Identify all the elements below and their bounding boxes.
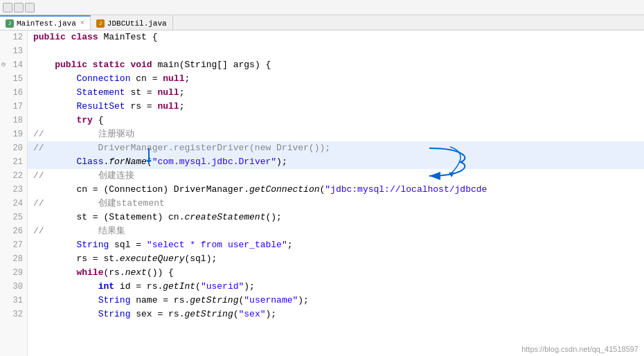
linenum-25: 25 [0,211,27,224]
code-line-16: Statement st = null; [28,86,644,100]
code-line-15: Connection cn = null; [28,72,644,86]
tab-maintest-close[interactable]: × [80,19,84,27]
code-line-32: String sex = rs.getString("sex"); [28,308,644,321]
linenum-15: 15 [0,72,27,86]
linenum-17: 17 [0,100,27,114]
tabbar: J MainTest.java × J JDBCUtil.java [0,15,644,30]
linenum-29: 29 [0,266,27,280]
linenum-14: 14 [0,58,27,72]
linenum-21: 21 [0,155,27,169]
linenum-20: 20 [0,141,27,155]
code-line-13 [28,44,644,58]
toolbar-btn-3[interactable] [25,3,35,12]
code-line-17: ResultSet rs = null; [28,100,644,114]
code-line-23: cn = (Connection) DriverManager.getConne… [28,183,644,197]
linenum-12: 12 [0,30,27,44]
code-line-22: // 创建连接 [28,169,644,183]
linenum-28: 28 [0,252,27,266]
linenum-30: 30 [0,280,27,294]
tab-maintest[interactable]: J MainTest.java × [0,15,91,30]
code-line-27: String sql = "select * from user_table"; [28,238,644,252]
editor: 12 13 14 15 16 17 18 19 20 21 22 23 24 2… [0,30,644,356]
linenum-32: 32 [0,308,27,321]
code-line-24: // 创建statement [28,197,644,211]
linenum-22: 22 [0,169,27,183]
linenum-26: 26 [0,224,27,238]
toolbar [0,0,644,15]
linenum-16: 16 [0,86,27,100]
line-numbers: 12 13 14 15 16 17 18 19 20 21 22 23 24 2… [0,30,28,356]
code-content[interactable]: public class MainTest { public static vo… [28,30,644,356]
watermark: https://blog.csdn.net/qq_41518597 [521,345,638,353]
toolbar-btn-1[interactable] [3,3,12,12]
tab-jdbcutil-label: JDBCUtil.java [107,19,167,28]
linenum-23: 23 [0,183,27,197]
linenum-19: 19 [0,127,27,141]
code-line-12: public class MainTest { [28,30,644,44]
code-line-30: int id = rs.getInt("userid"); [28,280,644,294]
code-line-29: while(rs.next()) { [28,266,644,280]
linenum-27: 27 [0,238,27,252]
code-line-14: public static void main(String[] args) { [28,58,644,72]
code-line-20: // DriverManager.registerDriver(new Driv… [28,141,644,155]
code-line-28: rs = st.executeQuery(sql); [28,252,644,266]
code-line-18: try { [28,114,644,127]
linenum-31: 31 [0,294,27,308]
tab-jdbcutil[interactable]: J JDBCUtil.java [91,15,173,30]
linenum-18: 18 [0,114,27,127]
linenum-24: 24 [0,197,27,211]
code-line-31: String name = rs.getString("username"); [28,294,644,308]
jdbcutil-icon: J [96,19,105,28]
tab-maintest-label: MainTest.java [17,19,76,28]
code-line-19: // 注册驱动 [28,127,644,141]
maintest-icon: J [6,19,14,28]
toolbar-btn-2[interactable] [14,3,24,12]
code-line-26: // 结果集 [28,224,644,238]
linenum-13: 13 [0,44,27,58]
code-line-25: st = (Statement) cn.createStatement(); [28,211,644,224]
code-line-21: Class.forName("com.mysql.jdbc.Driver"); [28,155,644,169]
